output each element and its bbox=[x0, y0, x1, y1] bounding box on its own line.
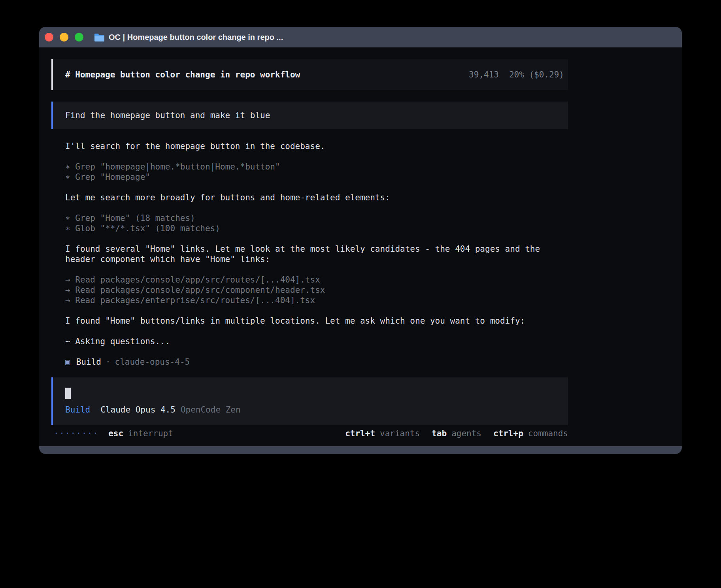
esc-key-hint: esc bbox=[108, 429, 123, 438]
traffic-lights bbox=[45, 33, 83, 41]
key-hint-label: commands bbox=[528, 429, 568, 438]
input-meta-row: Build Claude Opus 4.5 OpenCode Zen bbox=[65, 405, 568, 415]
tool-call-read: → Read packages/enterprise/src/routes/[.… bbox=[65, 295, 568, 305]
minimize-window-button[interactable] bbox=[60, 33, 68, 41]
context-usage: 20% ($0.29) bbox=[509, 70, 564, 79]
shortcut-hints: ctrl+t variants tab agents ctrl+p comman… bbox=[333, 429, 568, 438]
shortcut-variants: ctrl+t variants bbox=[345, 429, 420, 438]
tool-call-read: → Read packages/console/app/src/componen… bbox=[65, 285, 568, 295]
shortcut-commands: ctrl+p commands bbox=[493, 429, 568, 438]
assistant-message: I'll search for the homepage button in t… bbox=[65, 141, 568, 151]
user-message: Find the homepage button and make it blu… bbox=[51, 102, 568, 129]
tool-call-grep: ∗ Grep "Homepage" bbox=[65, 172, 568, 182]
zoom-window-button[interactable] bbox=[75, 33, 83, 41]
assistant-message: I found "Home" buttons/links in multiple… bbox=[65, 316, 568, 326]
tool-call-glob: ∗ Glob "**/*.tsx" (100 matches) bbox=[65, 223, 568, 234]
folder-icon bbox=[94, 33, 105, 41]
session-header: # Homepage button color change in repo w… bbox=[51, 59, 568, 90]
transcript: I'll search for the homepage button in t… bbox=[51, 141, 568, 367]
separator-dot: · bbox=[106, 357, 111, 367]
provider-label: OpenCode Zen bbox=[181, 405, 241, 415]
window-titlebar[interactable]: OC | Homepage button color change in rep… bbox=[39, 27, 682, 47]
key-hint-label: agents bbox=[451, 429, 481, 438]
tool-call-grep: ∗ Grep "Home" (18 matches) bbox=[65, 213, 568, 223]
window-title: OC | Homepage button color change in rep… bbox=[109, 33, 283, 42]
key-hint: tab bbox=[432, 429, 447, 438]
token-count: 39,413 bbox=[469, 70, 499, 79]
tool-call-read: → Read packages/console/app/src/routes/[… bbox=[65, 275, 568, 285]
agent-icon: ▣ bbox=[65, 357, 70, 367]
tool-call-group: ∗ Grep "homepage|home.*button|Home.*butt… bbox=[65, 162, 568, 182]
text-cursor bbox=[65, 388, 71, 399]
agent-status-line: ▣ Build · claude-opus-4-5 bbox=[65, 357, 568, 367]
interrupt-label: interrupt bbox=[128, 429, 173, 438]
user-message-text: Find the homepage button and make it blu… bbox=[65, 111, 270, 120]
prompt-input[interactable]: Build Claude Opus 4.5 OpenCode Zen bbox=[51, 377, 568, 425]
close-window-button[interactable] bbox=[45, 33, 53, 41]
model-label: Claude Opus 4.5 bbox=[100, 405, 176, 415]
terminal-content: # Homepage button color change in repo w… bbox=[39, 47, 682, 439]
agent-model-name: claude-opus-4-5 bbox=[115, 357, 190, 367]
session-title: # Homepage button color change in repo w… bbox=[65, 70, 300, 79]
key-hint-label: variants bbox=[380, 429, 420, 438]
assistant-message: Let me search more broadly for buttons a… bbox=[65, 192, 568, 203]
progress-dots: ········ bbox=[51, 429, 98, 438]
tool-call-group: → Read packages/console/app/src/routes/[… bbox=[65, 275, 568, 305]
agent-name: Build bbox=[76, 357, 101, 367]
window-bottom-edge bbox=[39, 446, 682, 454]
status-bar: ········ esc interrupt ctrl+t variants t… bbox=[51, 428, 568, 439]
terminal-window: OC | Homepage button color change in rep… bbox=[39, 27, 682, 454]
assistant-message: I found several "Home" links. Let me loo… bbox=[65, 244, 568, 264]
key-hint: ctrl+p bbox=[493, 429, 523, 438]
key-hint: ctrl+t bbox=[345, 429, 375, 438]
tool-call-group: ∗ Grep "Home" (18 matches) ∗ Glob "**/*.… bbox=[65, 213, 568, 234]
session-stats: 39,413 20% ($0.29) bbox=[469, 70, 564, 79]
shortcut-agents: tab agents bbox=[432, 429, 481, 438]
asking-questions-status: ~ Asking questions... bbox=[65, 336, 568, 347]
tool-call-grep: ∗ Grep "homepage|home.*button|Home.*butt… bbox=[65, 162, 568, 172]
agent-mode-label: Build bbox=[65, 405, 90, 415]
